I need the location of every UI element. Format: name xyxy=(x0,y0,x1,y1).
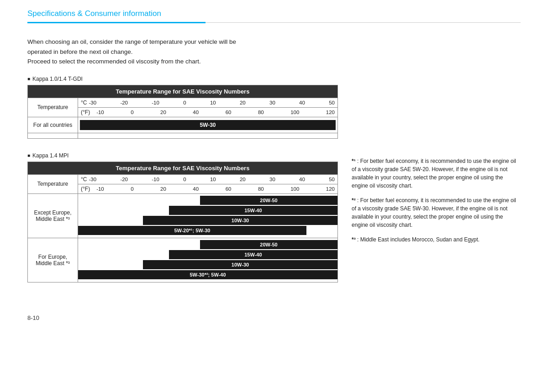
page-title: Specifications & Consumer information xyxy=(27,9,521,20)
bar-20w50-1: 20W-50 xyxy=(260,198,277,203)
c-val: 10 xyxy=(210,100,216,105)
table2-heading: Temperature Range for SAE Viscosity Numb… xyxy=(28,162,338,174)
intro-line1: When choosing an oil, consider the range… xyxy=(27,37,521,47)
note3: *³ : Middle East includes Morocco, Sudan… xyxy=(352,235,521,244)
table1-c-values: °C -30 -20 -10 0 10 20 30 40 50 xyxy=(78,98,338,107)
header-line-gray xyxy=(206,22,521,23)
table2-europe-row: For Europe,Middle East *³ 20W-50 xyxy=(28,238,338,282)
note3-marker: *³ xyxy=(352,236,356,243)
table2-section-label: Kappa 1.4 MPI xyxy=(27,152,338,159)
page: Specifications & Consumer information Wh… xyxy=(0,0,548,340)
f-val: 80 xyxy=(258,110,264,115)
note2-marker: *² xyxy=(352,197,356,204)
note3-text: : Middle East includes Morocco, Sudan an… xyxy=(357,236,480,243)
page-number: 8-10 xyxy=(27,314,521,321)
f2-val: -10 xyxy=(96,186,104,192)
note1-marker: *¹ xyxy=(352,158,356,164)
table2-row1-bars: 20W-50 15W-40 xyxy=(78,193,338,238)
note1: *¹ : For better fuel economy, it is reco… xyxy=(352,157,521,190)
note2-text: : For better fuel economy, it is recomme… xyxy=(352,197,516,228)
c-val: -10 xyxy=(152,100,159,105)
table2-temp-label: Temperature xyxy=(28,174,78,193)
f2-val: 20 xyxy=(160,186,166,192)
note2: *² : For better fuel economy, it is reco… xyxy=(352,196,521,229)
bar-5w20-1: 5W-20*¹; 5W-30 xyxy=(174,228,210,233)
table1-heading: Temperature Range for SAE Viscosity Numb… xyxy=(28,85,338,98)
c2-val: -10 xyxy=(152,177,159,182)
c2-val: 20 xyxy=(240,177,246,182)
content-area: Kappa 1.4 MPI Temperature Range for SAE … xyxy=(27,152,521,296)
table1-f-label: (°F) xyxy=(81,109,90,115)
table1-all-countries-row: For all countries 5W-30 xyxy=(28,117,338,133)
f2-val: 80 xyxy=(258,186,264,192)
table2-row2-label: For Europe,Middle East *³ xyxy=(28,238,78,282)
table1-bar-label: 5W-30 xyxy=(200,122,216,128)
bar-20w50-2: 20W-50 xyxy=(260,242,277,247)
c2-val: 30 xyxy=(269,177,275,182)
f2-val: 0 xyxy=(131,186,133,192)
table1-area: Kappa 1.0/1.4 T-GDI Temperature Range fo… xyxy=(27,76,338,139)
c-val: 20 xyxy=(240,100,246,105)
bar-15w40-1: 15W-40 xyxy=(244,208,262,213)
c2-val: 50 xyxy=(329,177,335,182)
header-section: Specifications & Consumer information xyxy=(27,9,521,23)
header-divider xyxy=(27,22,521,23)
table1-empty-cell2 xyxy=(78,133,338,138)
notes-area: *¹ : For better fuel economy, it is reco… xyxy=(352,152,521,296)
table1-row-label: For all countries xyxy=(28,117,78,133)
table2-row2-bars: 20W-50 15W-40 xyxy=(78,238,338,282)
table1: Temperature Range for SAE Viscosity Numb… xyxy=(27,85,338,139)
intro-line3: Proceed to select the recommended oil vi… xyxy=(27,57,521,67)
bar-5w30-2: 5W-30*²; 5W-40 xyxy=(190,272,226,277)
f-val: 0 xyxy=(131,110,133,115)
table1-empty-row xyxy=(28,133,338,138)
table2: Temperature Range for SAE Viscosity Numb… xyxy=(27,162,338,282)
f2-val: 60 xyxy=(226,186,232,192)
f-val: -10 xyxy=(96,110,104,115)
table1-temp-label: Temperature xyxy=(28,98,78,117)
c-val: 40 xyxy=(299,100,305,105)
bar-15w40-2: 15W-40 xyxy=(244,252,262,257)
c2-val: 10 xyxy=(210,177,216,182)
c2-val: -20 xyxy=(120,177,128,182)
c-val: -30 xyxy=(89,100,96,105)
c2-val: 0 xyxy=(183,177,186,182)
bar-10w30-2: 10W-30 xyxy=(232,262,249,267)
f-val: 20 xyxy=(160,110,166,115)
f-val: 120 xyxy=(326,110,335,115)
c-val: 0 xyxy=(183,100,186,105)
c-val: 50 xyxy=(329,100,335,105)
table1-bar-cell: 5W-30 xyxy=(78,117,338,133)
intro-line2: operated in before the next oil change. xyxy=(27,47,521,57)
table2-f-values: (°F) -10 0 20 40 60 80 100 120 xyxy=(78,184,338,193)
intro-text: When choosing an oil, consider the range… xyxy=(27,37,521,67)
table2-except-europe-row: Except Europe,Middle East *³ 20W-50 xyxy=(28,193,338,238)
table2-f-label: (°F) xyxy=(81,186,90,192)
table1-f-values: (°F) -10 0 20 40 60 80 100 120 xyxy=(78,107,338,117)
table1-section-label: Kappa 1.0/1.4 T-GDI xyxy=(27,76,338,82)
table2-c-values: °C -30 -20 -10 0 10 20 30 40 xyxy=(78,174,338,184)
header-line-blue xyxy=(27,22,206,23)
bar-10w30-1: 10W-30 xyxy=(232,218,249,223)
c2-val: 40 xyxy=(299,177,305,182)
c2-val: -30 xyxy=(89,177,96,182)
table2-row1-label: Except Europe,Middle East *³ xyxy=(28,193,78,238)
table1-c-label: °C xyxy=(81,99,87,106)
table2-temp-c-row: Temperature °C -30 -20 -10 0 10 xyxy=(28,174,338,184)
f2-val: 120 xyxy=(326,186,335,192)
table2-c-label: °C xyxy=(81,176,87,183)
f-val: 100 xyxy=(290,110,299,115)
note1-text: : For better fuel economy, it is recomme… xyxy=(352,158,516,189)
c-val: 30 xyxy=(269,100,275,105)
table1-temp-c-row: Temperature °C -30 -20 -10 0 10 20 xyxy=(28,98,338,107)
f-val: 60 xyxy=(226,110,232,115)
f2-val: 100 xyxy=(290,186,299,192)
f2-val: 40 xyxy=(193,186,199,192)
f-val: 40 xyxy=(193,110,199,115)
table2-area: Kappa 1.4 MPI Temperature Range for SAE … xyxy=(27,152,338,296)
table1-empty-cell1 xyxy=(28,133,78,138)
c-val: -20 xyxy=(120,100,128,105)
